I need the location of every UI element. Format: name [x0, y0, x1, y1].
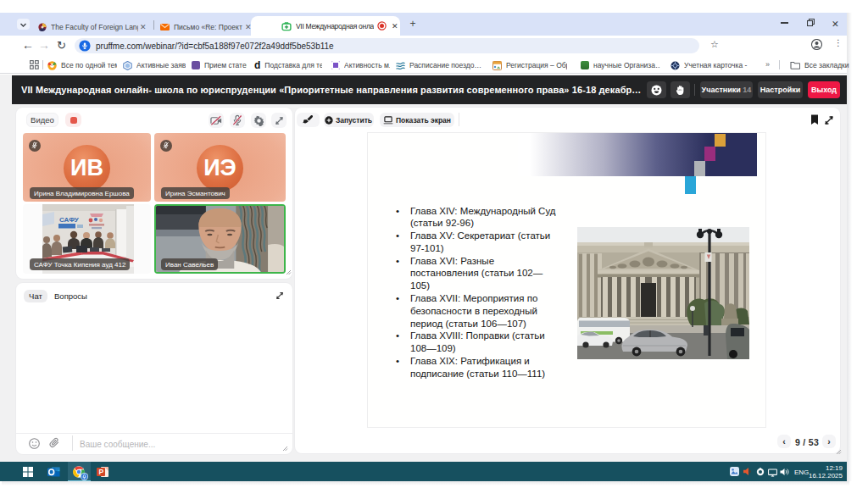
- svg-text:P: P: [98, 468, 103, 476]
- svg-text:САФУ: САФУ: [59, 216, 80, 224]
